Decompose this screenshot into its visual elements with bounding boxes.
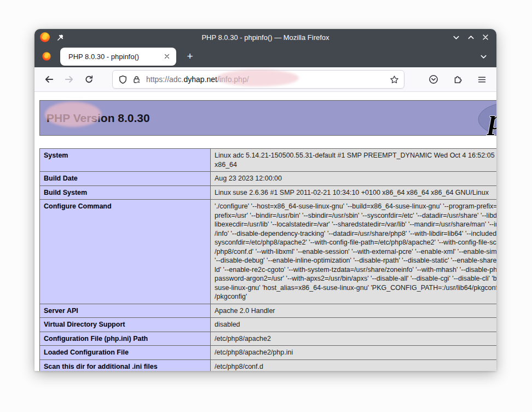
- window-titlebar[interactable]: PHP 8.0.30 - phpinfo() — Mozilla Firefox: [34, 29, 496, 45]
- firefox-window: PHP 8.0.30 - phpinfo() — Mozilla Firefox…: [34, 29, 496, 371]
- table-row: Virtual Directory Supportdisabled: [40, 318, 497, 332]
- phpinfo-header: PHP Version 8.0.30 php: [39, 100, 496, 136]
- row-value: /etc/php8/conf.d: [211, 359, 497, 371]
- back-button[interactable]: [41, 71, 57, 88]
- table-row: Scan this dir for additional .ini files/…: [40, 359, 497, 371]
- tracking-protection-shield-icon[interactable]: [118, 75, 128, 84]
- table-row: Server APIApache 2.0 Handler: [40, 304, 497, 318]
- page-title: PHP Version 8.0.30: [47, 112, 150, 125]
- row-value: Linux adc 5.14.21-150500.55.31-default #…: [211, 149, 497, 172]
- url-bar[interactable]: https://adc.dyhap.net/info.php/: [112, 70, 404, 89]
- url-scheme: https://adc.: [146, 75, 183, 84]
- row-label: Virtual Directory Support: [40, 318, 211, 332]
- tab-close-icon[interactable]: [161, 51, 172, 62]
- reload-button[interactable]: [80, 71, 97, 88]
- url-domain: dyhap.net: [183, 75, 217, 84]
- window-title: PHP 8.0.30 - phpinfo() — Mozilla Firefox: [34, 33, 496, 42]
- firefox-view-icon[interactable]: [42, 51, 51, 61]
- row-label: Build Date: [40, 172, 211, 186]
- phpinfo-page: PHP Version 8.0.30 php SystemLinux adc 5…: [39, 100, 496, 371]
- table-row: Configuration File (php.ini) Path/etc/ph…: [40, 332, 497, 346]
- table-row: Build SystemLinux suse 2.6.36 #1 SMP 201…: [40, 185, 497, 200]
- row-value: Aug 23 2023 12:00:00: [211, 172, 497, 186]
- tab-php-info[interactable]: PHP 8.0.30 - phpinfo(): [60, 48, 176, 66]
- row-value: /etc/php8/apache2: [211, 332, 497, 346]
- forward-button[interactable]: [61, 71, 77, 88]
- row-value: './configure' '--host=x86_64-suse-linux-…: [211, 200, 497, 304]
- row-value: Apache 2.0 Handler: [211, 304, 497, 318]
- phpinfo-table: SystemLinux adc 5.14.21-150500.55.31-def…: [39, 148, 496, 371]
- row-value: disabled: [211, 318, 497, 332]
- row-value: /etc/php8/apache2/php.ini: [211, 346, 497, 360]
- row-value: Linux suse 2.6.36 #1 SMP 2011-02-21 10:3…: [211, 185, 497, 200]
- tab-strip: PHP 8.0.30 - phpinfo() +: [34, 45, 496, 67]
- list-all-tabs-button[interactable]: [477, 50, 490, 63]
- extensions-puzzle-icon[interactable]: [449, 71, 466, 88]
- bookmark-star-icon[interactable]: [390, 75, 399, 84]
- minimize-button[interactable]: [451, 32, 461, 42]
- row-label: Configure Command: [40, 200, 211, 304]
- row-label: System: [40, 149, 211, 172]
- browser-viewport: PHP Version 8.0.30 php SystemLinux adc 5…: [34, 92, 496, 371]
- tab-title: PHP 8.0.30 - phpinfo(): [68, 53, 161, 61]
- row-label: Scan this dir for additional .ini files: [40, 359, 211, 371]
- pocket-icon[interactable]: [425, 71, 442, 88]
- table-row: Configure Command'./configure' '--host=x…: [40, 200, 497, 304]
- url-text[interactable]: https://adc.dyhap.net/info.php/: [146, 75, 386, 84]
- row-label: Server API: [40, 304, 211, 318]
- url-path: /info.php/: [217, 75, 249, 84]
- firefox-logo-icon: [39, 32, 50, 43]
- navigation-toolbar: https://adc.dyhap.net/info.php/: [34, 67, 496, 92]
- close-window-button[interactable]: [481, 32, 490, 42]
- table-row: SystemLinux adc 5.14.21-150500.55.31-def…: [40, 149, 497, 172]
- row-label: Loaded Configuration File: [40, 346, 211, 360]
- hamburger-menu-icon[interactable]: [473, 71, 490, 88]
- row-label: Configuration File (php.ini) Path: [40, 332, 211, 346]
- php-logo: php: [477, 102, 496, 137]
- pin-icon[interactable]: [56, 33, 65, 42]
- row-label: Build System: [40, 185, 211, 200]
- phpinfo-table-body: SystemLinux adc 5.14.21-150500.55.31-def…: [40, 149, 497, 372]
- table-row: Loaded Configuration File/etc/php8/apach…: [40, 346, 497, 360]
- new-tab-button[interactable]: +: [183, 49, 197, 63]
- table-row: Build DateAug 23 2023 12:00:00: [40, 172, 497, 186]
- connection-lock-warning-icon[interactable]: [132, 75, 141, 84]
- maximize-button[interactable]: [466, 32, 476, 42]
